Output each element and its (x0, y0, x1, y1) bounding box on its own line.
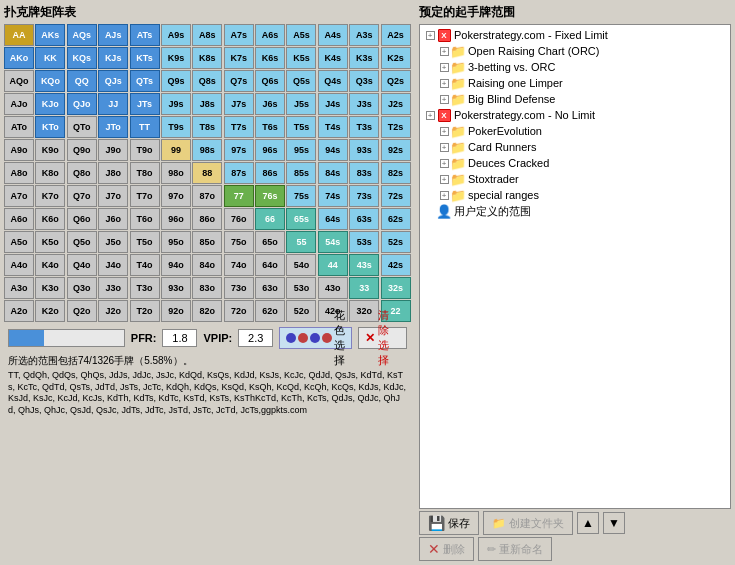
cell-97o[interactable]: 97o (161, 185, 191, 207)
cell-t7o[interactable]: T7o (130, 185, 160, 207)
cell-t9s[interactable]: T9s (161, 116, 191, 138)
cell-92o[interactable]: 92o (161, 300, 191, 322)
cell-95o[interactable]: 95o (161, 231, 191, 253)
tree-item-stoxtrader[interactable]: +📁Stoxtrader (422, 171, 728, 187)
cell-75s[interactable]: 75s (286, 185, 316, 207)
cell-44[interactable]: 44 (318, 254, 348, 276)
cell-kto[interactable]: KTo (35, 116, 65, 138)
cell-82o[interactable]: 82o (192, 300, 222, 322)
cell-54o[interactable]: 54o (286, 254, 316, 276)
cell-ajs[interactable]: AJs (98, 24, 128, 46)
cell-j6s[interactable]: J6s (255, 93, 285, 115)
tree-toggle-pokerstrategy-nl[interactable]: + (424, 109, 436, 121)
cell-aqs[interactable]: AQs (67, 24, 97, 46)
cell-98s[interactable]: 98s (192, 139, 222, 161)
cell-qjo[interactable]: QJo (67, 93, 97, 115)
cell-72s[interactable]: 72s (381, 185, 411, 207)
cell-84o[interactable]: 84o (192, 254, 222, 276)
cell-85o[interactable]: 85o (192, 231, 222, 253)
tree-item-raising-limper[interactable]: +📁Raising one Limper (422, 75, 728, 91)
cell-93o[interactable]: 93o (161, 277, 191, 299)
cell-73s[interactable]: 73s (349, 185, 379, 207)
cell-j3s[interactable]: J3s (349, 93, 379, 115)
cell-q5s[interactable]: Q5s (286, 70, 316, 92)
cell-a4o[interactable]: A4o (4, 254, 34, 276)
cell-53o[interactable]: 53o (286, 277, 316, 299)
cell-q6o[interactable]: Q6o (67, 208, 97, 230)
cell-94o[interactable]: 94o (161, 254, 191, 276)
cell-q7o[interactable]: Q7o (67, 185, 97, 207)
cell-ats[interactable]: ATs (130, 24, 160, 46)
tree-item-special-ranges[interactable]: +📁special ranges (422, 187, 728, 203)
cell-k6s[interactable]: K6s (255, 47, 285, 69)
cell-j6o[interactable]: J6o (98, 208, 128, 230)
cell-a2s[interactable]: A2s (381, 24, 411, 46)
cell-kts[interactable]: KTs (130, 47, 160, 69)
cell-qjs[interactable]: QJs (98, 70, 128, 92)
cell-kk[interactable]: KK (35, 47, 65, 69)
suit-button[interactable]: 花色选择 (279, 327, 352, 349)
cell-kjo[interactable]: KJo (35, 93, 65, 115)
cell-k3o[interactable]: K3o (35, 277, 65, 299)
cell-j8s[interactable]: J8s (192, 93, 222, 115)
tree-item-pokerevolution[interactable]: +📁PokerEvolution (422, 123, 728, 139)
cell-t8s[interactable]: T8s (192, 116, 222, 138)
delete-button[interactable]: ✕ 删除 (419, 537, 474, 561)
cell-a5s[interactable]: A5s (286, 24, 316, 46)
cell-a7o[interactable]: A7o (4, 185, 34, 207)
cell-52s[interactable]: 52s (381, 231, 411, 253)
cell-k3s[interactable]: K3s (349, 47, 379, 69)
cell-j5o[interactable]: J5o (98, 231, 128, 253)
cell-87s[interactable]: 87s (224, 162, 254, 184)
tree-toggle-big-blind[interactable]: + (438, 93, 450, 105)
cell-88[interactable]: 88 (192, 162, 222, 184)
cell-j7s[interactable]: J7s (224, 93, 254, 115)
cell-j7o[interactable]: J7o (98, 185, 128, 207)
cell-aa[interactable]: AA (4, 24, 34, 46)
tree-toggle-3-betting[interactable]: + (438, 61, 450, 73)
cell-77[interactable]: 77 (224, 185, 254, 207)
cell-53s[interactable]: 53s (349, 231, 379, 253)
cell-q3o[interactable]: Q3o (67, 277, 97, 299)
tree-toggle-pokerevolution[interactable]: + (438, 125, 450, 137)
cell-k4s[interactable]: K4s (318, 47, 348, 69)
cell-aks[interactable]: AKs (35, 24, 65, 46)
cell-j2o[interactable]: J2o (98, 300, 128, 322)
cell-jto[interactable]: JTo (98, 116, 128, 138)
clear-button[interactable]: ✕ 清除选择 (358, 327, 407, 349)
cell-84s[interactable]: 84s (318, 162, 348, 184)
cell-54s[interactable]: 54s (318, 231, 348, 253)
cell-jj[interactable]: JJ (98, 93, 128, 115)
cell-32o[interactable]: 32o (349, 300, 379, 322)
cell-t8o[interactable]: T8o (130, 162, 160, 184)
cell-t5o[interactable]: T5o (130, 231, 160, 253)
down-button[interactable]: ▼ (603, 512, 625, 534)
cell-64o[interactable]: 64o (255, 254, 285, 276)
cell-q7s[interactable]: Q7s (224, 70, 254, 92)
cell-33[interactable]: 33 (349, 277, 379, 299)
cell-62s[interactable]: 62s (381, 208, 411, 230)
cell-76s[interactable]: 76s (255, 185, 285, 207)
cell-65o[interactable]: 65o (255, 231, 285, 253)
cell-j4o[interactable]: J4o (98, 254, 128, 276)
cell-t4s[interactable]: T4s (318, 116, 348, 138)
cell-a9o[interactable]: A9o (4, 139, 34, 161)
cell-k9o[interactable]: K9o (35, 139, 65, 161)
cell-q8s[interactable]: Q8s (192, 70, 222, 92)
cell-q4s[interactable]: Q4s (318, 70, 348, 92)
cell-a8s[interactable]: A8s (192, 24, 222, 46)
cell-75o[interactable]: 75o (224, 231, 254, 253)
cell-95s[interactable]: 95s (286, 139, 316, 161)
cell-a3o[interactable]: A3o (4, 277, 34, 299)
pfr-bar[interactable] (8, 329, 125, 347)
cell-98o[interactable]: 98o (161, 162, 191, 184)
save-button[interactable]: 💾 保存 (419, 511, 479, 535)
cell-74o[interactable]: 74o (224, 254, 254, 276)
cell-a4s[interactable]: A4s (318, 24, 348, 46)
cell-52o[interactable]: 52o (286, 300, 316, 322)
cell-t6o[interactable]: T6o (130, 208, 160, 230)
cell-97s[interactable]: 97s (224, 139, 254, 161)
cell-t7s[interactable]: T7s (224, 116, 254, 138)
cell-q3s[interactable]: Q3s (349, 70, 379, 92)
cell-q8o[interactable]: Q8o (67, 162, 97, 184)
